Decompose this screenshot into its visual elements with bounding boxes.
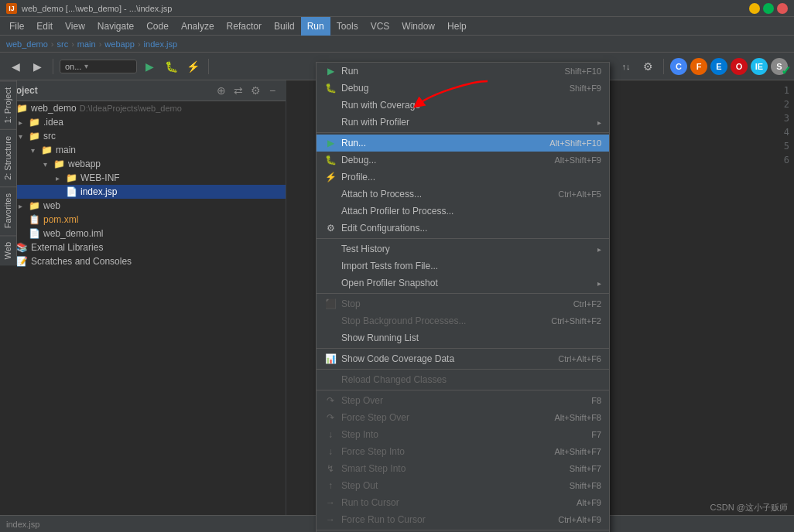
- toolbar-run-btn[interactable]: ▶: [140, 57, 159, 76]
- pom-file-icon: 📋: [28, 213, 40, 226]
- left-vertical-tabs: 1: Project 2: Structure Favorites Web: [0, 80, 17, 265]
- toolbar-forward-btn[interactable]: ▶: [28, 57, 46, 76]
- app-icon: IJ: [6, 3, 17, 14]
- breadcrumb-src[interactable]: src: [57, 39, 69, 49]
- menu-run[interactable]: Run: [301, 17, 330, 36]
- menu-bar: File Edit View Navigate Code Analyze Ref…: [0, 17, 794, 36]
- tree-item-idea[interactable]: ▸ 📁 .idea: [0, 115, 286, 129]
- toolbar-browser-icons: ↑↓ ⚙ C F E O IE S: [617, 57, 788, 76]
- step-into-icon: ↓: [324, 428, 337, 441]
- browser-firefox-icon[interactable]: F: [690, 58, 707, 75]
- menu-item-edit-configs[interactable]: ⚙ Edit Configurations...: [317, 220, 609, 237]
- menu-item-run-coverage[interactable]: Run with Coverage: [317, 97, 609, 114]
- menu-edit[interactable]: Edit: [30, 17, 59, 36]
- tree-item-pomxml[interactable]: 📋 pom.xml: [0, 213, 286, 227]
- browser-opera-icon[interactable]: O: [731, 58, 748, 75]
- breadcrumb-main[interactable]: main: [77, 39, 96, 49]
- tab-favorites[interactable]: Favorites: [0, 186, 16, 234]
- reload-classes-icon: [324, 373, 337, 386]
- tree-item-src[interactable]: ▾ 📁 src: [0, 129, 286, 143]
- browser-chrome-icon[interactable]: C: [670, 58, 687, 75]
- force-step-over-icon: ↷: [324, 411, 337, 424]
- menu-build[interactable]: Build: [268, 17, 301, 36]
- menu-item-run-profiler[interactable]: Run with Profiler ▸: [317, 114, 609, 131]
- tree-item-webdemo[interactable]: ▾ 📁 web_demo D:\IdeaProjects\web_demo: [0, 101, 286, 115]
- menu-item-run-dots[interactable]: ▶ Run... Alt+Shift+F10: [317, 135, 609, 152]
- tree-item-extlibs[interactable]: ▸ 📚 External Libraries: [0, 240, 286, 254]
- menu-window[interactable]: Window: [395, 17, 441, 36]
- status-text: index.jsp: [6, 520, 39, 529]
- green-checkmark: ✓: [781, 63, 791, 78]
- tab-web[interactable]: Web: [0, 235, 16, 265]
- menu-item-test-history[interactable]: Test History ▸: [317, 240, 609, 257]
- import-tests-icon: [324, 260, 337, 272]
- tree-item-webapp[interactable]: ▾ 📁 webapp: [0, 157, 286, 171]
- menu-vcs[interactable]: VCS: [364, 17, 396, 36]
- menu-view[interactable]: View: [59, 17, 91, 36]
- tree-item-main[interactable]: ▾ 📁 main: [0, 143, 286, 157]
- menu-item-stop: ⬛ Stop Ctrl+F2: [317, 295, 609, 312]
- menu-analyze[interactable]: Analyze: [175, 17, 221, 36]
- csdn-watermark: CSDN @这小子贩师: [710, 502, 788, 513]
- menu-item-run[interactable]: ▶ Run Shift+F10: [317, 63, 609, 80]
- profile-dots-icon: ⚡: [324, 171, 337, 183]
- edit-configs-icon: ⚙: [324, 222, 337, 234]
- sidebar-sync-icon[interactable]: ⇄: [231, 84, 245, 97]
- menu-item-reload-classes: Reload Changed Classes: [317, 371, 609, 388]
- sidebar-panel: Project ⊕ ⇄ ⚙ − ▾ 📁 web_demo D:\IdeaProj…: [0, 80, 286, 532]
- menu-refactor[interactable]: Refactor: [221, 17, 268, 36]
- sidebar-add-icon[interactable]: ⊕: [214, 84, 228, 97]
- menu-file[interactable]: File: [3, 17, 30, 36]
- toolbar-settings-btn[interactable]: ⚙: [638, 57, 657, 76]
- run-coverage-icon: [324, 99, 337, 111]
- debug-icon: 🐛: [324, 82, 337, 94]
- idea-folder-icon: 📁: [28, 116, 40, 128]
- breadcrumb-webapp[interactable]: webapp: [104, 39, 135, 49]
- menu-item-smart-step-into: ↯ Smart Step Into Shift+F7: [317, 460, 609, 477]
- test-history-icon: [324, 243, 337, 255]
- browser-edge-icon[interactable]: E: [710, 58, 727, 75]
- menu-help[interactable]: Help: [441, 17, 473, 36]
- menu-navigate[interactable]: Navigate: [91, 17, 140, 36]
- step-over-icon: ↷: [324, 394, 337, 407]
- tree-item-webdemoixml[interactable]: 📄 web_demo.iml: [0, 227, 286, 240]
- tree-item-web[interactable]: ▸ 📁 web: [0, 199, 286, 213]
- menu-item-open-profiler-snapshot[interactable]: Open Profiler Snapshot ▸: [317, 275, 609, 292]
- tab-structure[interactable]: 2: Structure: [0, 129, 16, 186]
- minimize-button[interactable]: [749, 3, 760, 14]
- toolbar-profile-btn[interactable]: ⚡: [183, 57, 202, 76]
- toolbar-vcs-btn[interactable]: ↑↓: [617, 57, 635, 76]
- window-controls: [749, 3, 788, 14]
- sidebar-minimize-icon[interactable]: −: [265, 84, 279, 97]
- menu-item-attach-process[interactable]: Attach to Process... Ctrl+Alt+F5: [317, 186, 609, 203]
- menu-sep-before-run-dots: [317, 132, 609, 133]
- menu-tools[interactable]: Tools: [330, 17, 364, 36]
- tree-item-webinf[interactable]: ▸ 📁 WEB-INF: [0, 171, 286, 185]
- toolbar-sep1: [53, 59, 53, 74]
- sidebar-gear-icon[interactable]: ⚙: [248, 84, 262, 97]
- toolbar-back-btn[interactable]: ◀: [6, 57, 25, 76]
- menu-item-step-into: ↓ Step Into F7: [317, 426, 609, 443]
- browser-ie-icon[interactable]: IE: [751, 58, 768, 75]
- menu-item-debug-dots[interactable]: 🐛 Debug... Alt+Shift+F9: [317, 152, 609, 169]
- menu-item-show-coverage[interactable]: 📊 Show Code Coverage Data Ctrl+Alt+F6: [317, 350, 609, 367]
- maximize-button[interactable]: [763, 3, 774, 14]
- scratches-icon: 📝: [15, 255, 28, 268]
- menu-item-profile-dots[interactable]: ⚡ Profile...: [317, 169, 609, 186]
- menu-item-step-over: ↷ Step Over F8: [317, 392, 609, 409]
- menu-item-import-tests[interactable]: Import Tests from File...: [317, 257, 609, 275]
- close-button[interactable]: [777, 3, 788, 14]
- breadcrumb-indexjsp[interactable]: index.jsp: [144, 39, 177, 49]
- tab-project[interactable]: 1: Project: [0, 80, 16, 129]
- tree-item-scratches[interactable]: ▸ 📝 Scratches and Consoles: [0, 254, 286, 268]
- menu-item-debug[interactable]: 🐛 Debug Shift+F9: [317, 80, 609, 97]
- run-config-dropdown[interactable]: on... ▾: [60, 60, 137, 73]
- tree-item-indexjsp[interactable]: 📄 index.jsp: [0, 185, 286, 199]
- menu-code[interactable]: Code: [140, 17, 175, 36]
- menu-item-force-run-to-cursor: → Force Run to Cursor Ctrl+Alt+F9: [317, 511, 609, 528]
- breadcrumb-webdemo[interactable]: web_demo: [6, 39, 48, 49]
- toolbar-debug-btn[interactable]: 🐛: [162, 57, 180, 76]
- toolbar-sep3: [663, 59, 664, 74]
- menu-item-attach-profiler-process[interactable]: Attach Profiler to Process...: [317, 203, 609, 220]
- menu-item-show-running[interactable]: Show Running List: [317, 329, 609, 346]
